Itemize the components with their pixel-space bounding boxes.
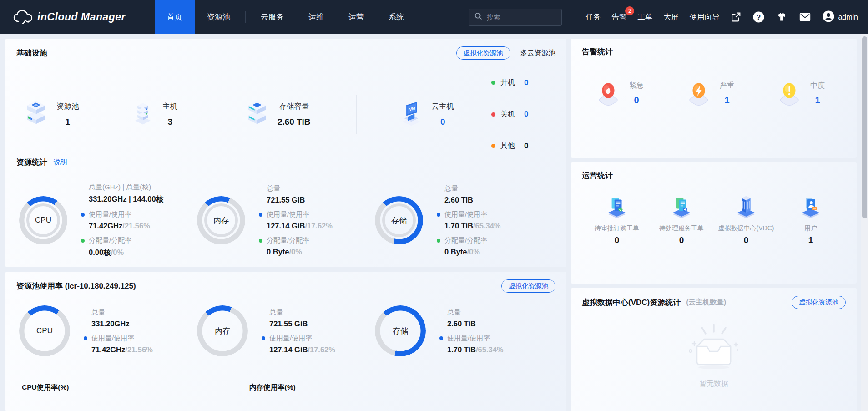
red-dot <box>491 112 495 117</box>
svg-text:?: ? <box>757 14 761 21</box>
external-link-icon[interactable] <box>730 11 742 23</box>
avatar-icon <box>822 10 835 25</box>
infrastructure-title: 基础设施 <box>16 48 47 58</box>
major-alarm-icon <box>684 78 713 109</box>
user-menu[interactable]: admin <box>822 10 858 25</box>
shirt-icon[interactable] <box>776 11 788 23</box>
pool-usage-card: 资源池使用率 (icr-10.180.249.125) 虚拟化资源池 CPU 总… <box>5 272 566 411</box>
infrastructure-stats-row: 资源池 1 <box>16 75 555 153</box>
moderate-alarm-icon <box>775 78 804 109</box>
moderate-alarm-count: 1 <box>815 95 820 106</box>
major-alarm-count: 1 <box>724 95 729 106</box>
cloud-logo-icon <box>13 9 34 26</box>
global-search[interactable] <box>469 9 562 26</box>
user-count: 1 <box>808 235 813 245</box>
search-input[interactable] <box>486 13 550 21</box>
right-column: 告警统计 紧急 0 <box>571 39 857 411</box>
toggle-multicloud-pool[interactable]: 多云资源池 <box>520 48 556 58</box>
vm-status-list: 开机 0 关机 0 其他 0 <box>491 76 528 152</box>
nav-link-alarms[interactable]: 告警 2 <box>611 12 626 22</box>
order-ticket-icon <box>604 194 630 222</box>
vm-status-other[interactable]: 其他 0 <box>491 141 528 151</box>
pool-gauge-cpu: CPU 总量 331.20GHz 使用量/使用率 71.42GHz/21.56% <box>19 305 197 356</box>
ops-users[interactable]: 用户 1 <box>778 194 843 245</box>
tab-home[interactable]: 首页 <box>155 0 195 34</box>
vm-status-on[interactable]: 开机 0 <box>491 78 528 87</box>
cpu-usage-chart-title: CPU使用率(%) <box>22 383 249 392</box>
gauge-cpu: CPU 总量(GHz) | 总量(核) 331.20GHz | 144.00核 … <box>19 183 197 258</box>
page-scrollbar-thumb[interactable] <box>862 36 867 218</box>
ops-pending-service[interactable]: 待处理服务工单 0 <box>649 194 714 245</box>
tab-operation[interactable]: 运营 <box>336 0 376 34</box>
vdc-stats-subtitle: (云主机数量) <box>686 298 792 307</box>
operation-stats-title: 运营统计 <box>582 170 846 181</box>
storage-icon <box>244 99 270 129</box>
stat-storage[interactable]: 存储容量 2.60 TiB <box>244 99 311 129</box>
alarm-stats-card: 告警统计 紧急 0 <box>571 39 857 158</box>
empty-state: 暂无数据 <box>582 321 846 389</box>
critical-alarm-count: 0 <box>634 95 639 106</box>
alarm-count-badge: 2 <box>625 6 634 15</box>
app-title: inCloud Manager <box>37 11 126 23</box>
host-count: 3 <box>167 117 172 127</box>
empty-state-text: 暂无数据 <box>699 379 728 389</box>
resource-stats-title: 资源统计 <box>16 157 47 167</box>
stat-resource-pool[interactable]: 资源池 1 <box>23 99 79 129</box>
pool-usage-title: 资源池使用率 (icr-10.180.249.125) <box>16 281 136 291</box>
infra-divider <box>356 95 357 134</box>
user-card-icon <box>798 194 823 222</box>
critical-alarm-icon <box>594 78 623 109</box>
vm-status-off[interactable]: 关机 0 <box>491 110 528 119</box>
service-ticket-icon <box>669 194 694 222</box>
stat-hosts[interactable]: 主机 3 <box>131 99 177 129</box>
memory-usage-chart-title: 内存使用率(%) <box>249 383 477 392</box>
nav-link-bigscreen[interactable]: 大屏 <box>663 12 678 22</box>
nav-link-tickets[interactable]: 工单 <box>637 12 652 22</box>
orange-dot <box>491 144 495 148</box>
tab-system[interactable]: 系统 <box>376 0 416 34</box>
vdc-count: 0 <box>744 235 749 245</box>
infrastructure-card: 基础设施 虚拟化资源池 多云资源池 <box>5 39 566 267</box>
main-menu: 首页 资源池 云服务 运维 运营 系统 <box>155 0 416 34</box>
mail-icon[interactable] <box>799 11 811 23</box>
green-dot <box>491 81 495 85</box>
empty-box-icon <box>680 321 748 377</box>
toggle-virtual-pool[interactable]: 虚拟化资源池 <box>456 46 510 60</box>
resource-stats-help-link[interactable]: 说明 <box>54 158 67 167</box>
alarm-moderate[interactable]: 中度 1 <box>775 78 825 109</box>
pool-usage-pill[interactable]: 虚拟化资源池 <box>501 279 555 293</box>
ops-pending-orders[interactable]: 待审批订购工单 0 <box>585 194 649 245</box>
left-column: 基础设施 虚拟化资源池 多云资源池 <box>5 39 566 411</box>
nav-link-guide[interactable]: 使用向导 <box>689 12 719 22</box>
nav-link-tasks[interactable]: 任务 <box>585 12 601 22</box>
tab-resource-pool[interactable]: 资源池 <box>195 0 242 34</box>
operation-stats-card: 运营统计 <box>571 162 857 284</box>
dashboard: 基础设施 虚拟化资源池 多云资源池 <box>0 34 868 411</box>
app-logo[interactable]: inCloud Manager <box>0 0 141 34</box>
resource-pool-icon <box>23 99 49 129</box>
tab-cloud-service[interactable]: 云服务 <box>248 0 296 34</box>
menu-divider <box>245 11 246 23</box>
alarm-critical[interactable]: 紧急 0 <box>594 78 644 109</box>
page-scrollbar-track[interactable] <box>861 34 868 411</box>
gauge-storage: 存储 总量 2.60 TiB 使用量/使用率 1.70 TiB/65.34% 分… <box>375 183 553 258</box>
alarm-items: 紧急 0 <box>582 78 846 109</box>
pool-gauge-memory: 内存 总量 721.55 GiB 使用量/使用率 127.14 GiB/17.6… <box>197 305 375 356</box>
resource-gauges: CPU 总量(GHz) | 总量(核) 331.20GHz | 144.00核 … <box>16 183 555 258</box>
vdc-stats-card: 虚拟数据中心(VDC)资源统计 (云主机数量) 虚拟化资源池 <box>571 288 857 411</box>
alarm-major[interactable]: 严重 1 <box>684 78 734 109</box>
vm-icon: VM <box>398 100 424 129</box>
pool-usage-gauges: CPU 总量 331.20GHz 使用量/使用率 71.42GHz/21.56% <box>16 305 555 356</box>
ops-vdc[interactable]: 虚拟数据中心(VDC) 0 <box>714 194 778 245</box>
help-icon[interactable]: ? <box>752 11 765 23</box>
alarm-stats-title: 告警统计 <box>582 46 846 57</box>
operation-items: 待审批订购工单 0 <box>582 194 846 245</box>
vdc-pill[interactable]: 虚拟化资源池 <box>792 296 846 309</box>
vdc-building-icon <box>733 194 759 222</box>
tab-ops-maintenance[interactable]: 运维 <box>296 0 336 34</box>
pending-service-count: 0 <box>679 235 684 245</box>
username: admin <box>838 13 858 21</box>
stat-vm[interactable]: VM 云主机 0 <box>398 100 454 129</box>
search-icon <box>474 12 482 22</box>
vdc-stats-title: 虚拟数据中心(VDC)资源统计 <box>582 297 681 308</box>
